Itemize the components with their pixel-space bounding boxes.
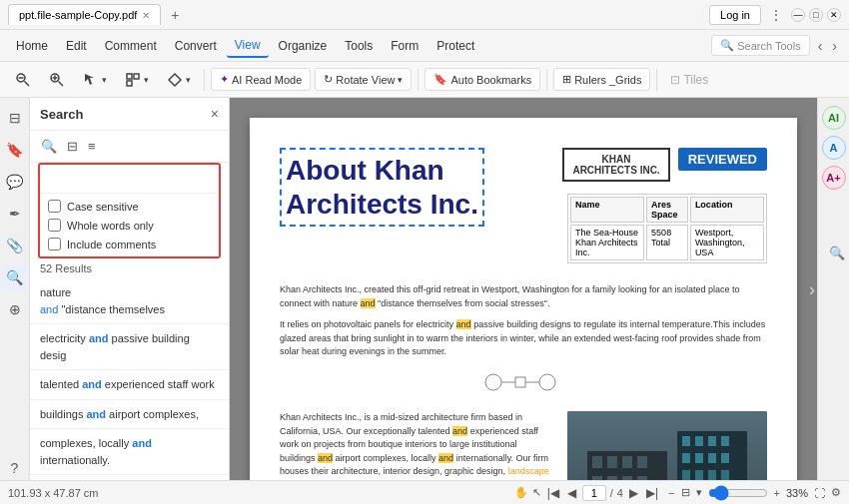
- menu-convert[interactable]: Convert: [167, 35, 225, 57]
- svg-rect-23: [607, 476, 617, 480]
- cursor-tool-icon[interactable]: ↖: [532, 486, 541, 499]
- result-item-6[interactable]: design, landscape andmodel making: [30, 475, 229, 480]
- menu-tools[interactable]: Tools: [337, 35, 381, 57]
- next-page-button[interactable]: ▶: [627, 486, 640, 500]
- whole-words-label: Whole words only: [67, 220, 154, 232]
- result-item-2[interactable]: electricity and passive building desig: [30, 324, 229, 370]
- svg-rect-9: [127, 81, 132, 86]
- close-tab-icon[interactable]: ✕: [142, 10, 150, 21]
- tiles-button[interactable]: ⊡ Tiles: [663, 69, 715, 91]
- include-comments-label: Include comments: [67, 239, 156, 251]
- prev-page-button[interactable]: ◀: [565, 486, 578, 500]
- draw-tool-button[interactable]: ▾: [160, 68, 198, 92]
- zoom-select-icon[interactable]: ⊟: [681, 486, 690, 499]
- fullscreen-icon[interactable]: ⛶: [814, 487, 825, 499]
- right-icon-ai2[interactable]: A: [822, 136, 846, 160]
- settings-icon[interactable]: ⚙: [831, 486, 841, 499]
- search-panel-title: Search: [40, 107, 83, 122]
- select-tool-button[interactable]: ▾: [76, 68, 114, 92]
- pdf-col-left: Khan Architects Inc., is a mid-sized arc…: [280, 411, 552, 480]
- whole-words-checkbox[interactable]: [48, 219, 61, 232]
- zoom-slider[interactable]: [708, 485, 768, 501]
- sidebar-icon-search[interactable]: 🔍: [3, 265, 27, 289]
- status-left: 101.93 x 47.87 cm: [8, 487, 506, 499]
- zoom-percentage: 33%: [786, 487, 808, 499]
- nav-back-icon[interactable]: ‹: [814, 36, 827, 56]
- current-page-input[interactable]: 1: [582, 485, 606, 501]
- pdf-para2: It relies on photovoltaic panels for ele…: [280, 318, 767, 359]
- first-page-button[interactable]: |◀: [545, 486, 561, 500]
- svg-line-1: [25, 81, 30, 86]
- menu-form[interactable]: Form: [383, 35, 426, 57]
- svg-rect-19: [607, 456, 617, 468]
- highlight-and-4: and: [318, 453, 333, 463]
- svg-rect-21: [637, 456, 647, 468]
- scroll-right-icon[interactable]: ›: [809, 278, 815, 299]
- auto-bookmarks-button[interactable]: 🔖 Auto Bookmarks: [424, 68, 540, 91]
- search-panel-tool-3[interactable]: ≡: [85, 137, 99, 156]
- search-panel-tool-2[interactable]: ⊟: [64, 137, 81, 156]
- menu-edit[interactable]: Edit: [58, 35, 95, 57]
- sidebar-icon-comment[interactable]: 💬: [3, 170, 27, 194]
- search-panel-tool-1[interactable]: 🔍: [38, 137, 60, 156]
- login-button[interactable]: Log in: [709, 5, 761, 25]
- case-sensitive-checkbox[interactable]: [48, 200, 61, 213]
- sidebar-icon-attach[interactable]: 📎: [3, 234, 27, 257]
- title-bar: ppt.file-sample-Copy.pdf ✕ + Log in ⋮ — …: [0, 0, 849, 30]
- info-header-name: Name: [570, 197, 644, 223]
- right-icon-ai1[interactable]: AI: [822, 106, 846, 130]
- menu-home[interactable]: Home: [8, 35, 56, 57]
- result-rest-3: experienced staff work: [102, 378, 215, 390]
- sidebar-icon-thumbnail[interactable]: ⊟: [3, 106, 27, 130]
- auto-bookmarks-label: Auto Bookmarks: [450, 74, 531, 86]
- menu-protect[interactable]: Protect: [428, 35, 482, 57]
- search-panel-close-button[interactable]: ×: [211, 106, 219, 122]
- menu-comment[interactable]: Comment: [97, 35, 165, 57]
- rulers-grids-button[interactable]: ⊞ Rulers _Grids: [553, 68, 650, 91]
- sidebar-icon-layers[interactable]: ⊕: [3, 297, 27, 321]
- minimize-button[interactable]: —: [791, 8, 805, 22]
- result-item-4[interactable]: buildings and airport complexes,: [30, 400, 229, 430]
- rotate-view-button[interactable]: ↻ Rotate View ▾: [315, 68, 412, 91]
- status-bar: 101.93 x 47.87 cm ✋ ↖ |◀ ◀ 1 / 4 ▶ ▶| − …: [0, 480, 849, 504]
- search-tools-button[interactable]: 🔍 Search Tools: [711, 35, 809, 56]
- right-icon-ai3[interactable]: A+: [822, 166, 846, 190]
- nav-forward-icon[interactable]: ›: [828, 36, 841, 56]
- zoom-plus-icon[interactable]: +: [774, 487, 780, 499]
- search-options-dropdown: Case sensitive Whole words only Include …: [40, 193, 219, 256]
- highlight-and-1: and: [361, 298, 376, 308]
- hand-tool-icon[interactable]: ✋: [514, 486, 528, 499]
- sidebar-icon-signature[interactable]: ✒: [3, 202, 27, 226]
- menu-organize[interactable]: Organize: [271, 35, 336, 57]
- include-comments-checkbox[interactable]: [48, 238, 61, 251]
- result-item-5[interactable]: complexes, locally and internationally.: [30, 429, 229, 475]
- last-page-button[interactable]: ▶|: [644, 486, 660, 500]
- new-tab-button[interactable]: +: [165, 5, 185, 25]
- sidebar-icon-help[interactable]: ?: [3, 456, 27, 480]
- zoom-out-button[interactable]: [8, 68, 38, 92]
- zoom-out-status-icon[interactable]: −: [668, 487, 674, 499]
- ai-read-mode-button[interactable]: ✦ AI Read Mode: [211, 68, 311, 91]
- close-window-button[interactable]: ✕: [827, 8, 841, 22]
- tiles-icon: ⊡: [670, 73, 680, 87]
- whole-words-option[interactable]: Whole words only: [40, 216, 219, 235]
- svg-point-15: [539, 374, 555, 390]
- result-item-3[interactable]: talented and experienced staff work: [30, 370, 229, 400]
- page-separator: /: [610, 487, 613, 499]
- zoom-dropdown-icon[interactable]: ▾: [696, 486, 702, 499]
- info-table: Name Ares Space Location The Sea-House K…: [567, 194, 767, 263]
- include-comments-option[interactable]: Include comments: [40, 235, 219, 253]
- zoom-in-button[interactable]: [42, 68, 72, 92]
- sidebar-icon-bookmark[interactable]: 🔖: [3, 138, 27, 162]
- menu-view[interactable]: View: [227, 34, 269, 58]
- result-text-2: electricity: [40, 332, 89, 344]
- search-submit-button[interactable]: 🔍: [829, 245, 845, 259]
- window-menu-icon[interactable]: ⋮: [769, 7, 783, 23]
- view-mode-button[interactable]: ▾: [118, 68, 156, 92]
- maximize-button[interactable]: □: [809, 8, 823, 22]
- svg-rect-7: [127, 74, 132, 79]
- search-input[interactable]: and: [44, 168, 215, 190]
- active-tab[interactable]: ppt.file-sample-Copy.pdf ✕: [8, 4, 161, 25]
- case-sensitive-option[interactable]: Case sensitive: [40, 197, 219, 216]
- result-item-1[interactable]: nature and "distance themselves: [30, 278, 229, 324]
